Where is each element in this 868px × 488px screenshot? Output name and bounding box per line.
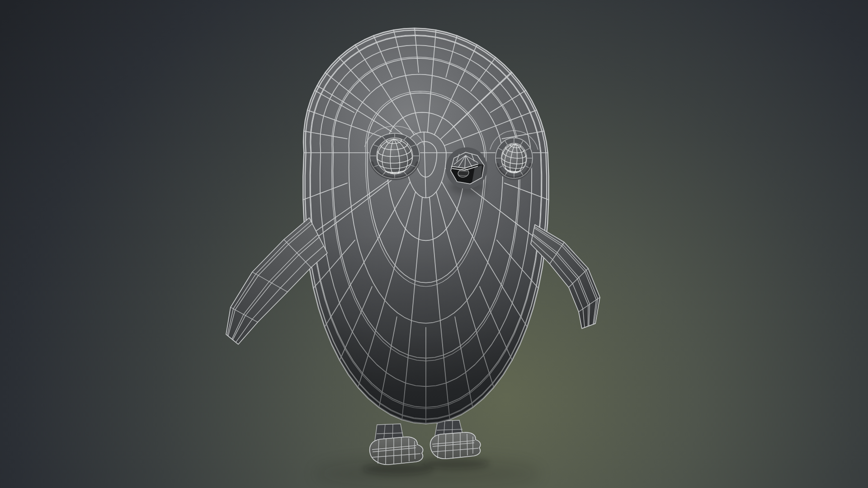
beak: [446, 147, 487, 194]
left-foot: [370, 437, 423, 465]
right-foot: [430, 432, 481, 459]
viewport-3d-render: [0, 0, 868, 488]
